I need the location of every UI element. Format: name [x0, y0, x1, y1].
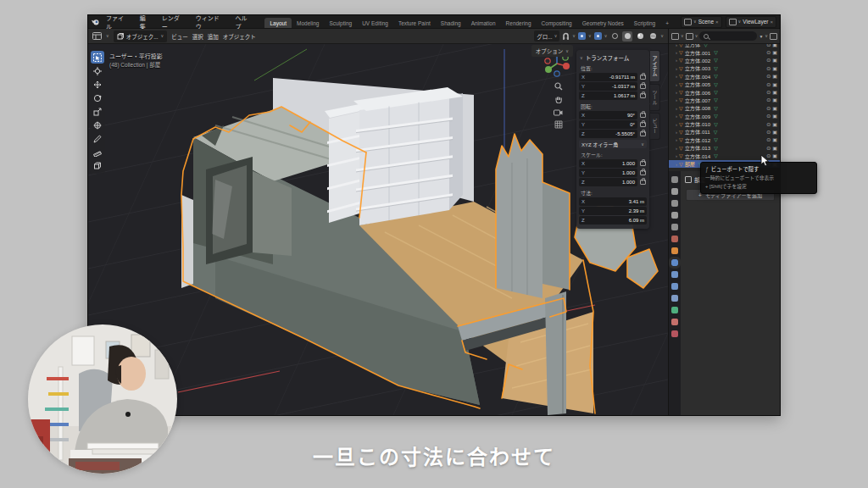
annotate-tool[interactable]: [91, 132, 104, 145]
camera-toggle-icon[interactable]: ▣: [772, 146, 777, 151]
tab-view-layer-icon[interactable]: [671, 212, 678, 219]
transform-orientation-dropdown[interactable]: グロ... ∨: [534, 30, 559, 42]
rotation-x-field[interactable]: X90°: [579, 111, 637, 119]
eye-icon[interactable]: ⊙: [766, 90, 771, 95]
tab-tool-icon[interactable]: [671, 176, 678, 183]
location-z-field[interactable]: Z1.0617 m: [579, 92, 637, 100]
dimensions-z-field[interactable]: Z6.09 m: [579, 216, 647, 225]
tab-uv-editing[interactable]: UV Editing: [357, 18, 393, 28]
camera-view-icon[interactable]: [553, 107, 564, 117]
move-tool[interactable]: [91, 78, 104, 91]
menu-file[interactable]: ファイル: [103, 14, 133, 30]
tab-animation[interactable]: Animation: [466, 18, 501, 28]
menu-add[interactable]: 追加: [208, 32, 219, 41]
tab-material-icon[interactable]: [671, 319, 678, 325]
tab-layout[interactable]: Layout: [264, 18, 292, 28]
tab-scene-icon[interactable]: [671, 224, 678, 230]
snap-magnet-icon[interactable]: [562, 32, 570, 41]
lock-icon[interactable]: [640, 161, 646, 166]
transform-tool[interactable]: [91, 119, 104, 131]
new-collection-icon[interactable]: [770, 33, 777, 40]
camera-toggle-icon[interactable]: ▣: [772, 44, 777, 47]
camera-toggle-icon[interactable]: ▣: [772, 58, 777, 63]
proportional-edit-icon[interactable]: [578, 32, 586, 40]
scene-selector[interactable]: ∨ Scene ×: [681, 16, 722, 28]
tab-modeling[interactable]: Modeling: [292, 18, 324, 28]
tab-view[interactable]: ビュー: [650, 113, 660, 140]
measure-tool[interactable]: [91, 146, 104, 158]
options-dropdown[interactable]: オプション ∨: [531, 45, 573, 57]
tab-geometry-nodes[interactable]: Geometry Nodes: [577, 18, 629, 28]
outliner-row[interactable]: ›▽立方体.012▽⊙▣: [669, 136, 780, 144]
grid-toggle-icon[interactable]: [553, 119, 564, 130]
menu-select[interactable]: 選択: [192, 32, 203, 41]
eye-icon[interactable]: ⊙: [766, 74, 771, 79]
menu-object[interactable]: オブジェクト: [223, 32, 256, 41]
eye-icon[interactable]: ⊙: [766, 114, 771, 119]
rotation-z-field[interactable]: Z-5.5505°: [579, 130, 637, 138]
lock-icon[interactable]: [640, 170, 646, 175]
tab-world-icon[interactable]: [671, 236, 678, 242]
menu-help[interactable]: ヘルプ: [232, 14, 257, 30]
eye-icon[interactable]: ⊙: [766, 130, 771, 135]
camera-toggle-icon[interactable]: ▣: [772, 153, 777, 158]
tab-scripting[interactable]: Scripting: [629, 18, 660, 28]
camera-toggle-icon[interactable]: ▣: [772, 90, 777, 95]
lock-icon[interactable]: [640, 131, 646, 136]
filter-funnel-icon[interactable]: ▼: [759, 34, 763, 39]
cursor-tool[interactable]: [91, 64, 104, 77]
outliner-row[interactable]: ›▽立方体.005▽⊙▣: [669, 80, 780, 88]
rotation-y-field[interactable]: Y0°: [579, 120, 637, 129]
shading-wireframe-button[interactable]: [609, 31, 620, 42]
select-box-tool[interactable]: [91, 51, 104, 64]
eye-icon[interactable]: ⊙: [766, 58, 771, 63]
tab-constraints-icon[interactable]: [671, 295, 678, 302]
pan-hand-icon[interactable]: [553, 94, 564, 104]
add-cube-tool[interactable]: [91, 159, 104, 172]
outliner-row[interactable]: ›▽立方体.010▽⊙▣: [669, 120, 780, 128]
shading-solid-button[interactable]: [622, 31, 632, 42]
camera-toggle-icon[interactable]: ▣: [772, 50, 777, 55]
tab-output-icon[interactable]: [671, 200, 678, 207]
tab-physics-icon[interactable]: [671, 283, 678, 290]
camera-toggle-icon[interactable]: ▣: [772, 74, 777, 79]
location-y-field[interactable]: Y-1.0317 m: [579, 82, 637, 91]
outliner-search-input[interactable]: [699, 31, 757, 41]
menu-view[interactable]: ビュー: [171, 32, 188, 41]
eye-icon[interactable]: ⊙: [766, 146, 771, 151]
outliner-row[interactable]: ›▽立方体.002▽⊙▣: [669, 57, 780, 64]
camera-toggle-icon[interactable]: ▣: [772, 122, 777, 127]
lock-icon[interactable]: [640, 93, 646, 98]
tab-compositing[interactable]: Compositing: [537, 18, 577, 28]
camera-toggle-icon[interactable]: ▣: [772, 106, 777, 111]
tab-item[interactable]: アイテム: [650, 50, 660, 82]
eye-icon[interactable]: ⊙: [766, 137, 771, 142]
eye-icon[interactable]: ⊙: [766, 44, 771, 47]
lock-icon[interactable]: [640, 84, 646, 89]
outliner-row[interactable]: ›▽立方体.001▽⊙▣: [669, 48, 780, 56]
lock-icon[interactable]: [640, 122, 646, 127]
outliner-row[interactable]: ›▽立方体.006▽⊙▣: [669, 88, 780, 96]
lock-icon[interactable]: [640, 75, 646, 80]
scale-x-field[interactable]: X1.000: [579, 159, 637, 168]
eye-icon[interactable]: ⊙: [766, 82, 771, 87]
tab-texture-icon[interactable]: [671, 330, 678, 337]
tab-texture-paint[interactable]: Texture Paint: [393, 18, 436, 28]
camera-toggle-icon[interactable]: ▣: [772, 114, 777, 119]
editor-type-icon[interactable]: [671, 33, 679, 40]
outliner-row[interactable]: ›▽立方体.013▽⊙▣: [669, 144, 780, 152]
tab-shading[interactable]: Shading: [436, 18, 466, 28]
editor-type-icon[interactable]: [92, 32, 102, 40]
eye-icon[interactable]: ⊙: [766, 50, 771, 55]
outliner-row[interactable]: ›▽立方体.011▽⊙▣: [669, 128, 780, 136]
snapping-toggle-icon[interactable]: [594, 32, 602, 40]
outliner-row[interactable]: ›▽立方体.004▽⊙▣: [669, 73, 780, 80]
location-x-field[interactable]: X-0.91711 m: [579, 73, 637, 81]
outliner-row[interactable]: ›▽立方体.007▽⊙▣: [669, 97, 780, 104]
outliner-row[interactable]: ›▽立方体.003▽⊙▣: [669, 64, 780, 72]
eye-icon[interactable]: ⊙: [766, 106, 771, 111]
tab-particles-icon[interactable]: [671, 271, 678, 278]
menu-render[interactable]: レンダー: [159, 14, 189, 30]
lock-icon[interactable]: [640, 113, 646, 118]
eye-icon[interactable]: ⊙: [766, 97, 771, 103]
